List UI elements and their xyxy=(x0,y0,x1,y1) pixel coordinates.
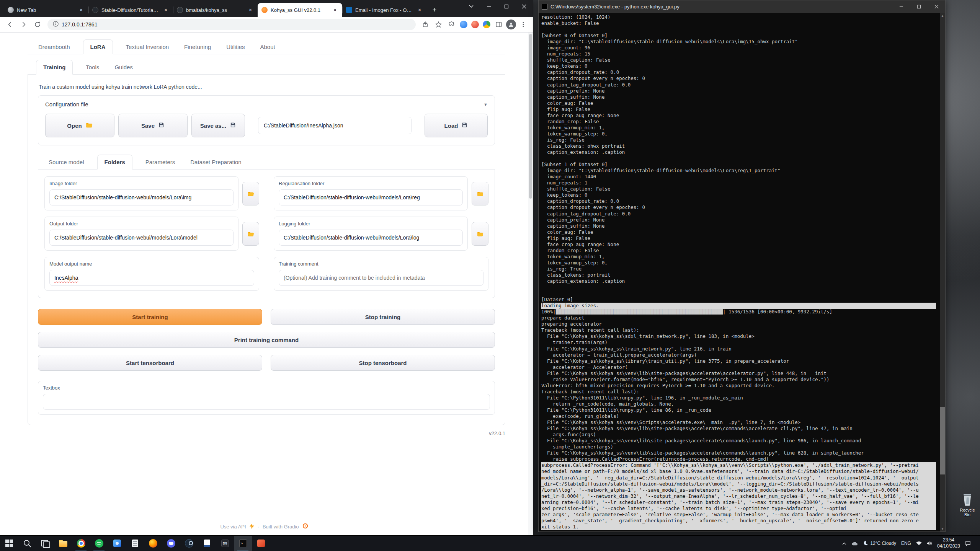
terminal-minimize-button[interactable] xyxy=(892,0,910,13)
taskbar-discord-button[interactable] xyxy=(162,536,180,551)
taskbar-search-button[interactable] xyxy=(18,536,36,551)
minimize-button[interactable] xyxy=(480,0,498,13)
extension-icon[interactable] xyxy=(483,21,490,28)
tab-textual-inversion[interactable]: Textual Inversion xyxy=(124,40,172,54)
textbox-input[interactable] xyxy=(43,394,490,410)
maximize-button[interactable] xyxy=(498,0,515,13)
taskbar-photos-button[interactable] xyxy=(108,536,126,551)
volume-icon[interactable] xyxy=(927,541,932,546)
tab-source-model[interactable]: Source model xyxy=(46,155,87,169)
taskbar-task-view-button[interactable] xyxy=(36,536,54,551)
onedrive-cloud-icon[interactable] xyxy=(851,541,858,546)
wifi-icon[interactable] xyxy=(916,541,922,546)
scroll-down-arrow-icon[interactable]: ▼ xyxy=(940,526,945,531)
tab-close-icon[interactable]: × xyxy=(78,7,85,13)
browser-tab[interactable]: bmaltais/kohya_ss× xyxy=(173,3,258,17)
recycle-bin[interactable]: Recycle Bin xyxy=(956,493,978,517)
new-tab-button[interactable]: + xyxy=(429,5,440,15)
language-indicator[interactable]: ENG xyxy=(901,541,911,546)
taskbar-d5-button[interactable] xyxy=(216,536,234,551)
tab-folders[interactable]: Folders xyxy=(97,155,132,170)
tab-about[interactable]: About xyxy=(258,40,278,54)
tab-tools[interactable]: Tools xyxy=(83,60,101,74)
output-folder-picker-button[interactable] xyxy=(242,222,259,246)
print-training-command-button[interactable]: Print training command xyxy=(38,332,495,348)
tab-close-icon[interactable]: × xyxy=(332,7,338,13)
save-config-button[interactable]: Save xyxy=(118,114,188,137)
taskbar-firefox-button[interactable] xyxy=(144,536,162,551)
browser-tab[interactable]: Email - Imogen Fox - Outloo...× xyxy=(342,3,427,17)
terminal-output[interactable]: resolution: (1024, 1024)enable_bucket: F… xyxy=(539,13,940,531)
taskbar-file-explorer-button[interactable] xyxy=(54,536,72,551)
bookmark-star-icon[interactable] xyxy=(433,19,444,30)
save-as-config-button[interactable]: Save as... xyxy=(191,114,245,137)
tab-close-icon[interactable]: × xyxy=(162,7,169,13)
side-panel-icon[interactable] xyxy=(493,19,505,30)
load-config-button[interactable]: Load xyxy=(425,114,488,137)
regularisation-folder-input[interactable] xyxy=(279,189,463,205)
use-via-api-link[interactable]: Use via API xyxy=(220,524,246,530)
taskbar-terminal-button[interactable] xyxy=(234,536,252,551)
terminal-close-button[interactable] xyxy=(928,0,945,13)
image-folder-picker-button[interactable] xyxy=(242,182,259,205)
start-tensorboard-button[interactable]: Start tensorboard xyxy=(38,355,262,371)
scrollbar-thumb[interactable] xyxy=(529,34,532,199)
tab-dreambooth[interactable]: Dreambooth xyxy=(36,40,72,54)
tab-search-chevron-icon[interactable] xyxy=(462,0,480,13)
taskbar-spotify-button[interactable] xyxy=(90,536,108,551)
training-comment-input[interactable] xyxy=(279,270,483,286)
extension-icon[interactable] xyxy=(460,21,467,28)
tab-finetuning[interactable]: Finetuning xyxy=(182,40,213,54)
scroll-up-arrow-icon[interactable]: ▲ xyxy=(940,13,945,18)
tab-parameters[interactable]: Parameters xyxy=(143,155,178,169)
tray-chevron-up-icon[interactable] xyxy=(842,542,846,545)
profile-avatar[interactable] xyxy=(506,20,516,29)
start-training-button[interactable]: Start training xyxy=(38,309,262,325)
tab-close-icon[interactable]: × xyxy=(247,7,254,13)
stop-tensorboard-button[interactable]: Stop tensorboard xyxy=(271,355,495,371)
address-bar[interactable]: 127.0.0.1:7861 xyxy=(47,19,416,30)
tab-guides[interactable]: Guides xyxy=(112,60,135,74)
open-config-button[interactable]: Open xyxy=(45,114,114,137)
extension-icon[interactable] xyxy=(471,21,479,28)
model-output-name-input[interactable]: InesAlpha xyxy=(49,270,254,286)
site-info-icon[interactable] xyxy=(53,21,59,28)
close-button[interactable] xyxy=(515,0,533,13)
accordion-header[interactable]: Configuration file ▼ xyxy=(45,101,488,108)
taskbar-document-button[interactable] xyxy=(198,536,216,551)
taskbar-chrome-button[interactable] xyxy=(72,536,90,551)
forward-button[interactable] xyxy=(18,18,30,31)
show-desktop-button[interactable] xyxy=(976,536,978,551)
taskbar-steam-button[interactable] xyxy=(180,536,198,551)
output-folder-input[interactable] xyxy=(49,230,234,246)
tab-lora[interactable]: LoRA xyxy=(83,39,113,54)
browser-menu-icon[interactable] xyxy=(518,19,529,30)
terminal-scrollbar[interactable]: ▲ ▼ xyxy=(940,13,945,531)
tab-utilities[interactable]: Utilities xyxy=(224,40,247,54)
back-button[interactable] xyxy=(4,18,16,31)
reload-button[interactable] xyxy=(31,18,44,31)
regularisation-folder-picker-button[interactable] xyxy=(472,182,488,205)
action-center-icon[interactable] xyxy=(965,541,971,546)
stop-training-button[interactable]: Stop training xyxy=(271,309,495,325)
tab-training[interactable]: Training xyxy=(36,60,73,75)
browser-tab[interactable]: Kohya_ss GUI v22.0.1× xyxy=(258,3,342,17)
browser-tab[interactable]: Stable-Diffusion/Tutorials/H...× xyxy=(88,3,173,17)
browser-tab[interactable]: New Tab× xyxy=(4,3,88,17)
image-folder-input[interactable] xyxy=(49,189,234,205)
weather-widget[interactable]: 12°C Cloudy xyxy=(863,540,896,547)
collapse-arrow-icon[interactable]: ▼ xyxy=(483,102,488,107)
terminal-title-bar[interactable]: C:\Windows\system32\cmd.exe - python.exe… xyxy=(539,0,945,13)
taskbar-notepad-button[interactable] xyxy=(126,536,144,551)
built-with-gradio-link[interactable]: Built with Gradio xyxy=(263,524,299,530)
taskbar-clock[interactable]: 23:5404/10/2023 xyxy=(937,537,960,549)
config-path-input[interactable] xyxy=(258,117,412,134)
taskbar-start-button[interactable] xyxy=(0,536,18,551)
terminal-maximize-button[interactable] xyxy=(910,0,928,13)
extensions-puzzle-icon[interactable] xyxy=(446,19,457,30)
tab-close-icon[interactable]: × xyxy=(416,7,423,13)
taskbar-krita-button[interactable] xyxy=(252,536,270,551)
tab-dataset-preparation[interactable]: Dataset Preparation xyxy=(188,155,243,169)
terminal-scrollbar-thumb[interactable] xyxy=(940,407,945,474)
logging-folder-picker-button[interactable] xyxy=(472,222,488,246)
